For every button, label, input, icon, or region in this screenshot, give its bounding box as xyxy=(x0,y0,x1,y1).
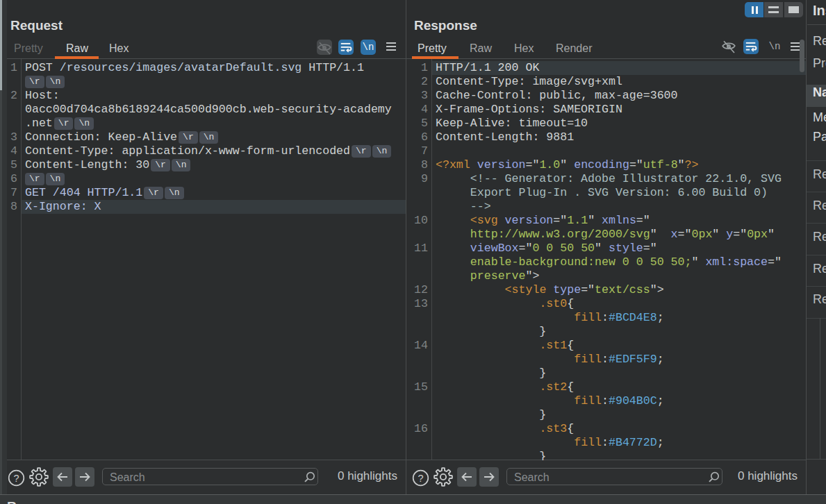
svg-text:?: ? xyxy=(418,473,423,484)
svg-text:?: ? xyxy=(13,473,19,484)
